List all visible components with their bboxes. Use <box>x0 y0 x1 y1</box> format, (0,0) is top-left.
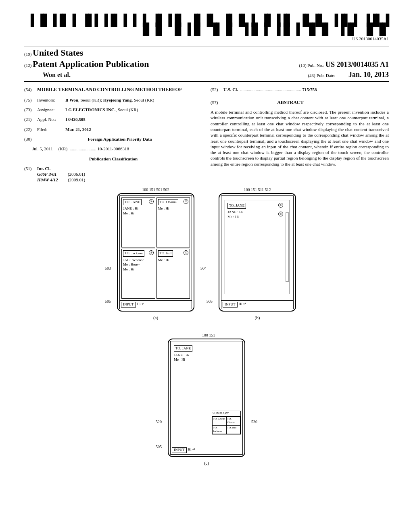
right-column: (52) U.S. Cl. ..........................… <box>211 87 389 187</box>
abstract-text: A mobile terminal and controlling method… <box>211 109 389 167</box>
input-value: Hi ↵ <box>137 302 145 308</box>
intcl-code: (51) <box>24 166 37 183</box>
input-bar: INPUT Hi ↵ <box>120 300 192 309</box>
assignee-value: LG ELECTRONICS INC., Seoul (KR) <box>65 107 202 112</box>
input-value: Hi ↵ <box>188 447 196 453</box>
inventors-label: Inventors: <box>37 97 65 103</box>
inventors-code: (75) <box>24 97 37 103</box>
uscl-code: (52) <box>211 87 223 92</box>
scrollbar <box>286 212 289 282</box>
pubno-value: US 2013/0014035 A1 <box>325 60 389 69</box>
ref-530: 530 <box>251 419 257 424</box>
chat-line: JANE : Hi <box>174 353 239 358</box>
title-code: (54) <box>24 87 37 93</box>
ref-504: 504 <box>200 266 206 271</box>
chat-line: Me : Hi <box>158 206 189 211</box>
ref-520: 520 <box>156 419 162 424</box>
summary-cell: TO. Bill <box>226 425 240 434</box>
summary-cell: TO. JANE <box>212 416 226 425</box>
foreign-header: Foreign Application Priority Data <box>37 136 202 142</box>
summary-cell: TO. Jackson <box>212 425 226 434</box>
filed-value: Mar. 21, 2012 <box>65 127 202 132</box>
abstract-label: ABSTRACT <box>277 100 303 105</box>
chat-to: TO. JANE <box>123 199 142 206</box>
ref-505-b: 505 <box>206 299 213 304</box>
fig-c-label: (c) <box>204 460 209 466</box>
assignee-label: Assignee: <box>37 107 65 112</box>
chat-line: Me : Hi <box>227 215 287 220</box>
summary-label: SUMMARY <box>212 411 240 416</box>
input-bar: INPUT Hi ↵ <box>221 300 293 309</box>
chat-line: JANE : Hi <box>123 206 154 211</box>
foreign-country: (KR) <box>58 146 68 151</box>
applno-value: 13/426,505 <box>65 116 202 122</box>
authors: Won et al. <box>24 71 71 79</box>
input-label: INPUT <box>223 302 238 308</box>
figure-row-c: 100 151 520 505 530 TO. JANE JANE : Hi M… <box>24 332 389 466</box>
country-name: United States <box>33 48 83 58</box>
fig-b-label: (b) <box>255 315 260 320</box>
summary-box: SUMMARY TO. JANE TO. Obama TO. Jackson T… <box>212 411 241 435</box>
chat-num: ③ <box>149 250 154 255</box>
chat-num: ② <box>184 199 188 204</box>
chat-to: TO. Bill <box>158 250 173 257</box>
bibliographic-columns: (54) MOBILE TERMINAL AND CONTROLLING MET… <box>24 87 389 187</box>
pubno-label: Pub. No.: <box>307 63 324 68</box>
title-block: (19) United States (12) Patent Applicati… <box>24 46 389 82</box>
chat-window: TO. JANE ① JANE : Hi Me : Hi <box>121 197 155 247</box>
foreign-number: 10-2011-0066318 <box>98 146 129 151</box>
intcl-1: G06F 3/01 <box>37 172 56 177</box>
input-label: INPUT <box>121 302 136 308</box>
pubdate-value: Jan. 10, 2013 <box>348 71 389 79</box>
applno-label: Appl. No.: <box>37 116 65 122</box>
filed-label: Filed: <box>37 127 65 132</box>
figure-c: 100 151 520 505 530 TO. JANE JANE : Hi M… <box>168 332 245 466</box>
foreign-code: (30) <box>24 136 37 142</box>
chat-to: TO. Obama <box>158 199 178 206</box>
chat-line: Me : Here~ <box>123 262 154 267</box>
figure-row-ab: 100 151 501 502 503 505 504 TO. JANE ① J… <box>24 187 389 320</box>
chat-window: TO. Obama ② Me : Hi <box>156 197 190 247</box>
input-label: INPUT <box>172 447 187 453</box>
pubclass-header: Publication Classification <box>24 156 202 162</box>
chat-line: Me : Hi <box>123 211 154 216</box>
ref-505-c: 505 <box>156 444 162 449</box>
phone-c: TO. JANE JANE : Hi Me : Hi SUMMARY TO. J… <box>168 339 245 457</box>
pubdate-code: (43) <box>308 73 315 78</box>
chat-line: Me : Hi <box>174 357 239 362</box>
chat-to: TO. Jackson <box>123 250 144 257</box>
filed-code: (22) <box>24 127 37 132</box>
inventors-value: Il Won, Seoul (KR); Hyejeong Yang, Seoul… <box>65 97 202 103</box>
intcl-2: H04W 4/12 <box>37 177 58 182</box>
chat-num: ① <box>278 203 283 208</box>
summary-cell: TO. Obama <box>226 416 240 425</box>
phone-a: TO. JANE ① JANE : Hi Me : Hi TO. Obama ②… <box>117 193 194 312</box>
ref-503: 503 <box>105 266 111 271</box>
chat-window: TO. Bill ④ Me : Hi <box>156 249 190 299</box>
uscl-value: 715/758 <box>302 87 317 92</box>
chat-line: JAC : Where? <box>123 258 154 263</box>
invention-title: MOBILE TERMINAL AND CONTROLLING METHOD T… <box>37 87 202 93</box>
chat-line: Me : Hi <box>158 258 189 263</box>
chat-num: ② <box>278 212 283 216</box>
intcl-1-year: (2006.01) <box>68 172 85 177</box>
assignee-code: (73) <box>24 107 37 112</box>
chat-to: TO. JANE <box>227 203 246 209</box>
pub-type: Patent Application Publication <box>33 59 149 69</box>
phone-b: TO. JANE ① ② JANE : Hi Me : Hi INPUT Hi … <box>219 193 296 312</box>
fig-a-label: (a) <box>153 315 158 320</box>
fig-a-refs: 100 151 501 502 <box>142 187 169 192</box>
abstract-code: (57) <box>211 100 218 105</box>
figure-b: 100 151 511 512 505 TO. JANE ① ② JANE : … <box>219 187 296 320</box>
intcl-label: Int. Cl. <box>37 166 50 171</box>
intcl-2-year: (2009.01) <box>68 177 85 182</box>
chat-line: Me : Hi <box>123 267 154 272</box>
pubdate-label: Pub. Date: <box>317 73 335 78</box>
uscl-label: U.S. Cl. <box>223 87 238 92</box>
country-code: (19) <box>24 52 31 56</box>
ref-505-a: 505 <box>105 299 111 304</box>
input-bar: INPUT Hi ↵ <box>171 446 242 454</box>
barcode-text: US 20130014035A1 <box>24 36 389 42</box>
fig-b-refs: 100 151 511 512 <box>244 187 271 192</box>
input-value: Hi ↵ <box>239 302 246 308</box>
